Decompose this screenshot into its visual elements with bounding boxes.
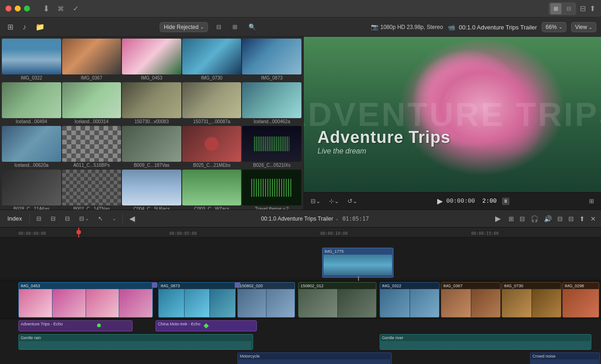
hide-rejected-button[interactable]: Hide Rejected ⌄: [160, 22, 208, 32]
viewer-preview: ADVENTURE TRIPS Adventure Trips Live the…: [304, 37, 601, 192]
export-icon[interactable]: ⬆: [589, 4, 595, 13]
projects-btn[interactable]: 📁: [33, 21, 47, 33]
media-thumbnail: [2, 170, 61, 205]
video-clip-150802-020[interactable]: 150802_020: [237, 282, 295, 318]
column-view-icon[interactable]: ⊟: [563, 3, 574, 14]
zoom-out-btn[interactable]: ⊟: [518, 214, 526, 224]
video-clip-img0873[interactable]: IMG_0873: [158, 282, 236, 318]
audio-btn[interactable]: 🔊: [543, 214, 553, 224]
toolbar-center: Hide Rejected ⌄ ⊟ ⊞ 🔍: [51, 22, 367, 32]
media-label: Iceland...00494: [2, 118, 61, 125]
viewer-color-btn[interactable]: ↺⌄: [345, 197, 360, 205]
clip-view-btn[interactable]: ⊟: [556, 214, 564, 224]
viewer-image-content: ADVENTURE TRIPS Adventure Trips Live the…: [304, 37, 601, 192]
media-item[interactable]: IMG_0453: [122, 39, 181, 81]
clip-frame: [52, 289, 86, 317]
media-item[interactable]: B026_C...0521IXs: [242, 126, 301, 169]
clip-label: IMG_0298: [563, 283, 599, 289]
ruler-mark: 00:00:00:00: [18, 231, 46, 236]
adjustments-icon[interactable]: ⊟: [580, 4, 586, 13]
select-tool-btn[interactable]: ↖: [95, 214, 106, 223]
fullscreen-btn[interactable]: ⊞: [587, 197, 596, 205]
media-item[interactable]: C003_C...WZacs: [182, 170, 242, 210]
media-item[interactable]: Iceland...000314: [62, 82, 121, 125]
media-thumbnail: [2, 82, 61, 118]
clip-height-btn-2[interactable]: ⊟: [62, 214, 73, 223]
index-button[interactable]: Index: [4, 214, 26, 223]
timeline-toolbar: Index ⊟ ⊟ ⊟ ⊟⌄ ↖ ⌄ ◀ 00:1.0 Adventure Tr…: [0, 210, 601, 228]
viewer-settings-btn[interactable]: ⊟⌄: [308, 197, 323, 205]
clip-label: IMG_0730: [502, 283, 561, 289]
media-thumbnail: [242, 170, 301, 205]
media-item[interactable]: Iceland...000462a: [242, 82, 301, 125]
audio-clip-crowd-noise[interactable]: Crowd noise: [530, 353, 600, 364]
check-icon[interactable]: ✓: [70, 3, 81, 14]
media-thumbnail: [242, 126, 301, 162]
viewer-transform-btn[interactable]: ⊹⌄: [327, 197, 341, 205]
media-item[interactable]: IMG_0367: [62, 39, 121, 81]
play-button[interactable]: ▶: [437, 197, 443, 205]
zoom-level[interactable]: 66% ⌄: [542, 22, 566, 32]
clip-height-btn[interactable]: ⊟: [48, 214, 58, 223]
next-clip-btn[interactable]: ▶: [492, 213, 503, 224]
media-item[interactable]: Travel theme v.2: [242, 170, 301, 210]
maximize-button[interactable]: [24, 6, 30, 11]
display-mode-btn[interactable]: ⊟⌄: [76, 214, 92, 223]
key-icon[interactable]: ⌘: [55, 3, 66, 14]
video-clip-img0367[interactable]: IMG_0367: [441, 282, 501, 318]
clip-appearance-btn[interactable]: ⊟: [34, 214, 44, 223]
clip-frame: [266, 289, 295, 317]
media-item[interactable]: Iceland...00494: [2, 82, 61, 125]
main-content: IMG_0322 IMG_0367 IMG_0453 IMG_0730 IMG_…: [0, 37, 601, 210]
clip-frame: [238, 289, 266, 317]
media-item[interactable]: IMG_0730: [182, 39, 242, 81]
download-icon[interactable]: ⬇: [40, 3, 52, 14]
video-clip-img0298[interactable]: IMG_0298: [562, 282, 599, 318]
transition-marker: [235, 282, 240, 288]
media-thumbnail: [242, 39, 301, 74]
headphones-btn[interactable]: 🎧: [529, 214, 540, 224]
video-clip-img0453[interactable]: IMG_0453: [18, 282, 153, 318]
media-label: C004_C...5U6acs: [122, 205, 181, 210]
prev-clip-btn[interactable]: ◀: [127, 213, 138, 224]
timeline-ruler: 00:00:00:00 00:00:05:00 00:00:10:00 00:0…: [0, 228, 601, 238]
audio-clip-motorcycle[interactable]: Motorcycle: [237, 353, 392, 364]
grid-view-icon[interactable]: ⊞: [550, 3, 561, 14]
video-clip-150802-012[interactable]: 150802_012: [298, 282, 376, 318]
layout-btn[interactable]: ⊞: [230, 22, 240, 32]
media-item[interactable]: IMG_0873: [242, 39, 301, 81]
clip-thumbnail: [324, 255, 392, 275]
media-item[interactable]: B025_C...21MEbs: [182, 126, 242, 169]
clip-frame: [410, 289, 439, 317]
audio-clip-gentle-river[interactable]: Gentle river: [380, 334, 591, 350]
audio-clip-gentle-rain[interactable]: Gentle rain: [18, 334, 253, 350]
media-item[interactable]: 150730...v00083: [122, 82, 181, 125]
close-button[interactable]: [6, 6, 12, 11]
media-item[interactable]: IMG_0322: [2, 39, 61, 81]
media-item[interactable]: B009_C...187Vas: [122, 126, 181, 169]
lifted-clip[interactable]: IMG_1775: [322, 248, 393, 278]
media-item[interactable]: B002_C...14TNas: [62, 170, 121, 210]
music-btn[interactable]: ♪: [20, 22, 29, 33]
media-item[interactable]: A011_C...516BPs: [62, 126, 121, 169]
index-panel-btn[interactable]: ⊟: [567, 214, 575, 224]
filter-btn[interactable]: ⊟: [214, 22, 224, 32]
tool-options-btn[interactable]: ⌄: [110, 215, 119, 222]
close-timeline-btn[interactable]: ✕: [589, 214, 597, 224]
media-item[interactable]: Iceland...00620a: [2, 126, 61, 169]
clip-frame: [502, 289, 532, 317]
zoom-in-btn[interactable]: ⊞: [507, 214, 515, 224]
video-clip-img0322[interactable]: IMG_0322: [380, 282, 439, 318]
library-btn[interactable]: ⊞: [5, 21, 16, 33]
minimize-button[interactable]: [15, 6, 21, 11]
view-button[interactable]: View ⌄: [571, 22, 596, 32]
audio-clip-china-moto-trek[interactable]: China Moto-trek - Echo: [156, 320, 257, 331]
search-btn[interactable]: 🔍: [246, 22, 259, 32]
share-btn[interactable]: ⬆: [578, 214, 586, 224]
media-item[interactable]: B028_C...21A6as: [2, 170, 61, 210]
media-label: Iceland...00620a: [2, 162, 61, 169]
media-item[interactable]: 150731_...00087a: [182, 82, 242, 125]
video-clip-img0730[interactable]: IMG_0730: [502, 282, 561, 318]
media-item[interactable]: C004_C...5U6acs: [122, 170, 181, 210]
audio-clip-adventure-trips[interactable]: Adventure Trips - Echo: [18, 320, 133, 331]
